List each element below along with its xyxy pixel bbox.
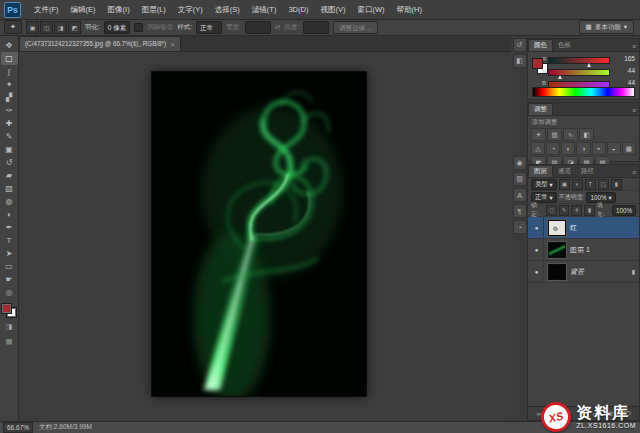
antialias-checkbox[interactable]: [134, 23, 143, 32]
menu-view[interactable]: 视图(V): [314, 0, 351, 19]
feather-input[interactable]: 0 像素: [104, 21, 130, 34]
screen-mode-button[interactable]: ▤: [1, 335, 18, 348]
histogram-panel-icon[interactable]: ▥: [513, 172, 527, 186]
info-panel-icon[interactable]: ◉: [513, 156, 527, 170]
tab-swatches[interactable]: 色板: [553, 40, 576, 51]
eraser-tool[interactable]: ▰: [1, 169, 18, 182]
healing-brush-tool[interactable]: ✚: [1, 117, 18, 130]
red-value[interactable]: 165: [615, 55, 635, 62]
blur-tool[interactable]: ◍: [1, 195, 18, 208]
quick-selection-tool[interactable]: ✦: [1, 78, 18, 91]
gradient-tool[interactable]: ▧: [1, 182, 18, 195]
dodge-tool[interactable]: ◖: [1, 208, 18, 221]
menu-file[interactable]: 文件(F): [28, 0, 65, 19]
menu-3d[interactable]: 3D(D): [282, 0, 314, 19]
adj-color-balance-icon[interactable]: ◐: [561, 142, 575, 155]
menu-filter[interactable]: 滤镜(T): [246, 0, 283, 19]
tab-color[interactable]: 颜色: [528, 39, 553, 51]
adj-black-white-icon[interactable]: ◑: [576, 142, 590, 155]
green-value[interactable]: 44: [615, 67, 635, 74]
properties-panel-icon[interactable]: ◧: [513, 54, 527, 68]
lock-transparency-icon[interactable]: ◻: [546, 205, 557, 216]
layer-thumbnail[interactable]: [548, 220, 566, 236]
adj-photo-filter-icon[interactable]: ◓: [592, 142, 606, 155]
refine-edge-button[interactable]: 调整边缘…: [333, 21, 378, 34]
adj-hue-saturation-icon[interactable]: ◔: [546, 142, 560, 155]
filter-smart-objects-icon[interactable]: ▮: [611, 179, 622, 190]
tool-preset-icon[interactable]: ✦: [4, 20, 22, 34]
panel-menu-icon[interactable]: ≡: [629, 107, 639, 114]
type-tool[interactable]: T: [1, 234, 18, 247]
shape-tool[interactable]: ▭: [1, 260, 18, 273]
swap-dimensions-icon[interactable]: ⇄: [275, 23, 280, 31]
green-slider[interactable]: [548, 69, 610, 76]
menu-window[interactable]: 窗口(W): [351, 0, 390, 19]
zoom-level-field[interactable]: 66.67%: [3, 422, 33, 433]
fill-input[interactable]: 100%: [612, 205, 636, 216]
tab-adjustments[interactable]: 调整: [528, 103, 553, 115]
tab-paths[interactable]: 路径: [576, 166, 599, 177]
history-brush-tool[interactable]: ↺: [1, 156, 18, 169]
crop-tool[interactable]: ▞: [1, 91, 18, 104]
intersect-selection-icon[interactable]: ◩: [68, 21, 81, 34]
clone-stamp-tool[interactable]: ▣: [1, 143, 18, 156]
menu-layer[interactable]: 图层(L): [136, 0, 172, 19]
filter-pixel-layers-icon[interactable]: ▣: [559, 179, 570, 190]
layer-row-background[interactable]: ● 背景 ▮: [528, 261, 639, 283]
brush-tool[interactable]: ✎: [1, 130, 18, 143]
layer-row-layer1[interactable]: ● 图层 1: [528, 239, 639, 261]
subtract-selection-icon[interactable]: ◨: [54, 21, 67, 34]
color-spectrum-ramp[interactable]: [532, 87, 635, 97]
rectangular-marquee-tool[interactable]: ▢: [1, 52, 18, 65]
eyedropper-tool[interactable]: ✑: [1, 104, 18, 117]
panel-menu-icon[interactable]: ≡: [629, 169, 639, 176]
layer-filter-select[interactable]: 类型 ▾: [531, 179, 557, 190]
lock-position-icon[interactable]: ✛: [571, 205, 582, 216]
filter-adjustment-layers-icon[interactable]: ◐: [572, 179, 583, 190]
menu-help[interactable]: 帮助(H): [391, 0, 428, 19]
lasso-tool[interactable]: ʃ: [1, 65, 18, 78]
layer-thumbnail[interactable]: [548, 242, 566, 258]
layer-name[interactable]: 红: [570, 223, 639, 233]
move-tool[interactable]: ✥: [1, 39, 18, 52]
height-input[interactable]: [303, 21, 329, 34]
menu-edit[interactable]: 编辑(E): [65, 0, 102, 19]
menu-type[interactable]: 文字(Y): [172, 0, 209, 19]
lock-pixels-icon[interactable]: ✎: [559, 205, 570, 216]
visibility-eye-icon[interactable]: ●: [530, 239, 544, 260]
filter-shape-layers-icon[interactable]: ▢: [598, 179, 609, 190]
tab-channels[interactable]: 通道: [553, 166, 576, 177]
history-panel-icon[interactable]: ↺: [513, 38, 527, 52]
character-panel-icon[interactable]: A: [513, 188, 527, 202]
close-icon[interactable]: ×: [170, 40, 175, 49]
new-selection-icon[interactable]: ▣: [26, 21, 39, 34]
filter-type-layers-icon[interactable]: T: [585, 179, 596, 190]
adj-exposure-icon[interactable]: ◧: [579, 128, 594, 141]
lock-all-icon[interactable]: ▮: [584, 205, 595, 216]
adj-brightness-contrast-icon[interactable]: ☀: [531, 128, 546, 141]
style-select[interactable]: 正常: [196, 21, 222, 34]
layer-name[interactable]: 图层 1: [570, 245, 639, 255]
adj-vibrance-icon[interactable]: △: [531, 142, 545, 155]
pen-tool[interactable]: ✒: [1, 221, 18, 234]
zoom-tool[interactable]: ◎: [1, 286, 18, 299]
path-selection-tool[interactable]: ➤: [1, 247, 18, 260]
layer-name[interactable]: 背景: [570, 267, 632, 277]
visibility-eye-icon[interactable]: ●: [530, 261, 544, 282]
red-slider[interactable]: [548, 57, 610, 64]
adj-channel-mixer-icon[interactable]: ◒: [607, 142, 621, 155]
blue-value[interactable]: 44: [615, 79, 635, 86]
menu-image[interactable]: 图像(I): [102, 0, 136, 19]
foreground-color-swatch[interactable]: [1, 303, 12, 314]
adj-levels-icon[interactable]: ▥: [547, 128, 562, 141]
adj-curves-icon[interactable]: ∿: [563, 128, 578, 141]
foreground-mini-swatch[interactable]: [532, 58, 543, 69]
layer-thumbnail[interactable]: [548, 264, 566, 280]
workspace-switcher[interactable]: ▦ 基本功能 ▾: [579, 20, 634, 34]
visibility-eye-icon[interactable]: ●: [530, 217, 544, 238]
clone-source-panel-icon[interactable]: ◔: [513, 220, 527, 234]
paragraph-panel-icon[interactable]: ¶: [513, 204, 527, 218]
photo-canvas[interactable]: [152, 72, 366, 396]
width-input[interactable]: [245, 21, 271, 34]
document-size-info[interactable]: 文档:2.60M/3.99M: [39, 423, 92, 432]
